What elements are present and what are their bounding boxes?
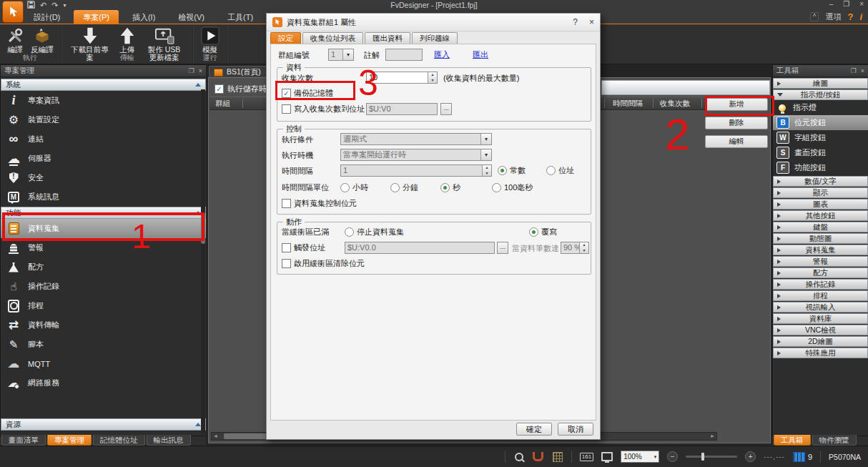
- save-icon[interactable]: [27, 1, 35, 10]
- spinner-icon[interactable]: [428, 72, 437, 83]
- trigger-address-checkbox[interactable]: 觸發位址: [282, 243, 325, 252]
- toolbox-section[interactable]: 其他按鈕: [773, 210, 868, 221]
- toolbox-section[interactable]: 資料蒐集: [773, 245, 868, 255]
- dropdown-icon[interactable]: [480, 134, 491, 144]
- restore-button[interactable]: ❐: [843, 0, 849, 8]
- sidebar-item[interactable]: 網路服務: [1, 373, 206, 393]
- export-link[interactable]: 匯出: [473, 49, 488, 61]
- ribbon-tab[interactable]: 檢視(V): [169, 10, 214, 24]
- spinner-icon[interactable]: [482, 165, 491, 176]
- sidebar-item[interactable]: 資料傳輸: [1, 315, 206, 335]
- toolbox-section[interactable]: 數值/文字: [773, 176, 868, 187]
- minimize-button[interactable]: –: [829, 0, 834, 8]
- radio-icon[interactable]: [345, 227, 354, 237]
- toolbox-section[interactable]: 圖表: [773, 199, 868, 210]
- help-icon[interactable]: ?: [847, 11, 853, 22]
- document-tab[interactable]: BS1(首頁) ×: [209, 66, 275, 78]
- sidebar-section-function[interactable]: 功能: [1, 207, 206, 219]
- unit-minute-radio[interactable]: 分鐘: [390, 183, 418, 192]
- sidebar-item[interactable]: 腳本: [1, 335, 206, 354]
- browse-address-button[interactable]: ...: [440, 103, 452, 115]
- close-panel-icon[interactable]: ×: [861, 67, 864, 74]
- interval-constant-radio[interactable]: 常數: [498, 166, 526, 175]
- sidebar-item[interactable]: 系統訊息: [1, 187, 206, 207]
- sidebar-item[interactable]: 排程: [1, 296, 206, 315]
- browse-address-button[interactable]: ...: [497, 242, 508, 254]
- sidebar-section-resource[interactable]: 資源: [1, 418, 206, 431]
- app-menu-button[interactable]: [2, 1, 24, 23]
- dialog-tab[interactable]: 匯出資料: [365, 32, 410, 44]
- toolbox-section-indicator-button[interactable]: 指示燈/按鈕: [773, 89, 868, 100]
- dialog-help-icon[interactable]: ?: [573, 17, 578, 27]
- sidebar-item[interactable]: 警報: [1, 238, 206, 257]
- checkbox-icon[interactable]: [282, 199, 291, 208]
- toolbox-section[interactable]: 排程: [773, 290, 868, 301]
- float-panel-icon[interactable]: ❐: [851, 67, 857, 74]
- buffer-clear-bit-checkbox[interactable]: 啟用緩衝區清除位元: [282, 259, 365, 268]
- sidebar-item[interactable]: 裝置設定: [1, 110, 206, 129]
- resolution-icon[interactable]: 161: [580, 453, 593, 461]
- collapse-ribbon-icon[interactable]: ^: [810, 12, 819, 21]
- snap-magnet-icon[interactable]: [533, 451, 544, 463]
- slider-thumb[interactable]: [701, 453, 704, 461]
- trigger-address-field[interactable]: $U:V0.0: [345, 242, 495, 254]
- dialog-tab[interactable]: 收集位址列表: [302, 32, 363, 44]
- close-panel-icon[interactable]: ×: [199, 67, 202, 74]
- dialog-close-icon[interactable]: ×: [589, 17, 594, 27]
- scrollbar-thumb[interactable]: [201, 212, 205, 244]
- checkbox-icon[interactable]: [282, 89, 291, 98]
- qat-dropdown-icon[interactable]: ▾: [63, 1, 66, 9]
- sidebar-item[interactable]: MQTT: [1, 354, 206, 373]
- scroll-left-icon[interactable]: ◄: [212, 433, 220, 440]
- list-action-button[interactable]: 刪除: [705, 117, 768, 129]
- undo-icon[interactable]: ↶: [40, 1, 46, 9]
- dropdown-icon[interactable]: [342, 49, 353, 60]
- group-no-select[interactable]: 1: [328, 49, 354, 61]
- toolbox-section[interactable]: 顯示: [773, 187, 868, 198]
- zoom-select[interactable]: 100% ▾: [621, 451, 659, 463]
- exec-condition-select[interactable]: 週期式: [340, 133, 492, 145]
- dialog-tab[interactable]: 設定: [270, 32, 301, 44]
- list-action-button[interactable]: 新增: [705, 98, 768, 111]
- toolbox-section[interactable]: 動態圖: [773, 233, 868, 244]
- toolbox-item[interactable]: F 功能按鈕: [773, 160, 868, 175]
- download-project-button[interactable]: 下載目前專案: [66, 25, 114, 70]
- write-count-checkbox[interactable]: 寫入收集次數到位址: [282, 104, 365, 114]
- stop-collection-radio[interactable]: 停止資料蒐集: [345, 227, 404, 237]
- interval-address-radio[interactable]: 位址: [546, 166, 574, 175]
- radio-icon[interactable]: [498, 166, 507, 175]
- toolbox-item[interactable]: 指示燈: [773, 100, 868, 115]
- toolbox-section[interactable]: 視訊輸入: [773, 302, 868, 313]
- bottom-tab[interactable]: 輸出訊息: [147, 435, 191, 446]
- bottom-tab[interactable]: 記憶體位址: [93, 435, 145, 446]
- ribbon-tab[interactable]: 專案(P): [74, 10, 119, 24]
- spinner-icon[interactable]: [579, 242, 588, 253]
- reach-percent-spinbox[interactable]: 90 %時: [561, 242, 589, 254]
- toolbox-section[interactable]: VNC檢視: [773, 325, 868, 335]
- toolbox-section[interactable]: 操作記錄: [773, 279, 868, 290]
- ribbon-tab[interactable]: 設計(D): [24, 10, 69, 24]
- sidebar-item[interactable]: 安全: [1, 168, 206, 187]
- list-action-button[interactable]: 編輯: [705, 135, 768, 148]
- radio-icon[interactable]: [529, 227, 538, 237]
- sidebar-item[interactable]: 資料蒐集: [1, 219, 206, 238]
- toolbox-item[interactable]: B 位元按鈕: [773, 115, 868, 130]
- toolbox-section[interactable]: 2D繪圖: [773, 336, 868, 347]
- collect-count-spinbox[interactable]: 10: [366, 72, 438, 84]
- toolbox-item[interactable]: S 畫面按鈕: [773, 145, 868, 160]
- toolbox-section[interactable]: 鍵盤: [773, 222, 868, 232]
- control-bit-checkbox[interactable]: 資料蒐集控制位元: [282, 199, 357, 208]
- options-button[interactable]: 選項: [825, 11, 841, 22]
- toolbox-section[interactable]: 資料庫: [773, 313, 868, 324]
- exec-timing-select[interactable]: 當專案開始運行時: [340, 149, 492, 161]
- toolbox-item[interactable]: W 字組按鈕: [773, 130, 868, 145]
- ribbon-tab[interactable]: 工具(T): [218, 10, 262, 24]
- show-on-save-checkbox[interactable]: [214, 84, 224, 94]
- sidebar-item[interactable]: 操作記錄: [1, 277, 206, 296]
- dialog-tab[interactable]: 列印趨線: [412, 32, 458, 44]
- interval-spinbox[interactable]: 1: [340, 164, 492, 177]
- write-count-address-field[interactable]: $U:V0: [366, 103, 438, 115]
- sidebar-item[interactable]: 伺服器: [1, 149, 206, 168]
- radio-icon[interactable]: [440, 183, 450, 192]
- toolbox-section[interactable]: 配方: [773, 267, 868, 278]
